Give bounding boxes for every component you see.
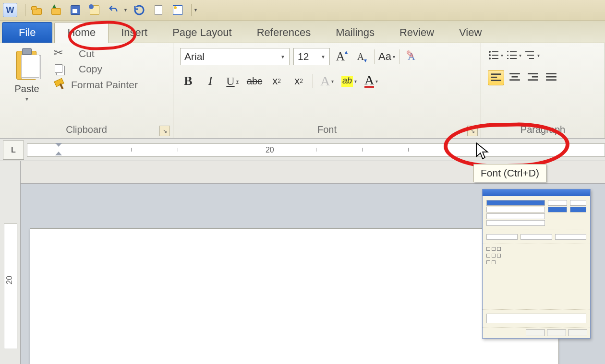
- align-left-button[interactable]: [488, 70, 504, 85]
- highlight-button[interactable]: ab: [341, 73, 357, 89]
- vertical-ruler[interactable]: 20: [0, 161, 21, 364]
- save-as-button[interactable]: [86, 2, 103, 18]
- superscript-button[interactable]: x2: [290, 73, 307, 89]
- word-app-icon[interactable]: W: [3, 3, 17, 17]
- font-name-value: Arial: [184, 51, 205, 62]
- tab-selector[interactable]: L: [3, 141, 24, 160]
- save-as-icon: [89, 4, 100, 16]
- save-button[interactable]: [67, 2, 84, 18]
- tab-references[interactable]: References: [244, 23, 324, 43]
- separator: [191, 4, 192, 16]
- chevron-down-icon: ▼: [321, 54, 326, 59]
- svg-rect-26: [546, 79, 557, 81]
- svg-point-2: [489, 54, 491, 56]
- svg-rect-24: [546, 73, 557, 74]
- font-color-button[interactable]: A: [363, 73, 379, 89]
- quick-access-toolbar: W ▼ ▼: [0, 0, 605, 21]
- paste-dropdown-icon: ▼: [24, 96, 29, 102]
- indent-marker[interactable]: [55, 143, 62, 157]
- undo-button[interactable]: [105, 2, 122, 18]
- numbering-button[interactable]: [506, 48, 521, 62]
- clear-formatting-button[interactable]: A ✎: [403, 48, 420, 65]
- document-page[interactable]: [30, 228, 559, 364]
- undo-dropdown[interactable]: ▼: [123, 8, 128, 12]
- tab-page-layout[interactable]: Page Layout: [160, 23, 244, 43]
- align-left-icon: [490, 71, 502, 84]
- separator: [25, 4, 25, 16]
- ruler-gutter: [20, 161, 605, 184]
- font-size-combo[interactable]: 12 ▼: [293, 48, 330, 65]
- cut-button[interactable]: Cut: [54, 48, 138, 59]
- folder-arrow-icon: [50, 4, 62, 16]
- insert-picture-button[interactable]: [169, 2, 186, 18]
- tab-review[interactable]: Review: [387, 23, 447, 43]
- horizontal-ruler[interactable]: 20: [27, 143, 605, 157]
- font-size-value: 12: [298, 51, 309, 62]
- new-document-icon: [153, 4, 164, 16]
- svg-rect-21: [528, 73, 538, 74]
- tab-home[interactable]: Home: [54, 22, 109, 43]
- separator: [374, 49, 375, 64]
- change-case-button[interactable]: Aa: [378, 48, 395, 65]
- svg-rect-17: [491, 80, 501, 81]
- multilevel-icon: [524, 49, 536, 61]
- grow-font-button[interactable]: A▴: [334, 48, 350, 65]
- redo-icon: [133, 4, 145, 16]
- new-document-button[interactable]: [150, 2, 167, 18]
- svg-rect-25: [546, 76, 557, 78]
- svg-rect-6: [507, 51, 508, 52]
- svg-rect-7: [510, 51, 517, 52]
- multilevel-list-button[interactable]: [524, 48, 540, 62]
- tab-insert[interactable]: Insert: [109, 23, 160, 43]
- svg-rect-12: [525, 51, 534, 52]
- align-right-icon: [527, 71, 539, 83]
- format-painter-button[interactable]: Format Painter: [54, 79, 138, 91]
- paste-icon: [13, 48, 40, 82]
- bullets-button[interactable]: [488, 48, 503, 62]
- svg-rect-19: [512, 76, 518, 78]
- svg-point-0: [489, 51, 491, 53]
- undo-icon: [108, 4, 120, 16]
- group-paragraph: Paragraph: [481, 43, 605, 138]
- ruler-number: 20: [266, 146, 274, 154]
- svg-rect-16: [491, 77, 497, 78]
- paste-button[interactable]: Paste ▼: [7, 48, 47, 120]
- cut-label: Cut: [79, 48, 95, 59]
- svg-rect-20: [509, 79, 520, 81]
- separator: [313, 74, 313, 88]
- strikethrough-button[interactable]: abc: [246, 73, 263, 89]
- copy-icon: [54, 63, 65, 75]
- shrink-font-button[interactable]: A▾: [354, 48, 370, 65]
- customize-qat-dropdown[interactable]: ▼: [194, 8, 198, 12]
- open-folder-icon: [31, 4, 43, 16]
- save-icon: [70, 4, 81, 16]
- open-recent-button[interactable]: [48, 2, 65, 18]
- redo-button[interactable]: [131, 2, 148, 18]
- underline-button[interactable]: U: [224, 73, 241, 89]
- group-label-clipboard: Clipboard ↘: [0, 122, 173, 138]
- justify-button[interactable]: [544, 70, 559, 84]
- format-painter-icon: [54, 79, 66, 91]
- group-clipboard: Paste ▼ Cut Copy Format Painter Clipbo: [0, 43, 173, 138]
- text-effects-button[interactable]: A: [319, 73, 335, 89]
- chevron-down-icon: ▼: [280, 54, 285, 59]
- font-dialog-launcher[interactable]: ↘: [467, 126, 478, 136]
- italic-button[interactable]: I: [202, 73, 218, 89]
- open-button[interactable]: [28, 2, 46, 18]
- svg-rect-13: [527, 55, 534, 56]
- justify-icon: [545, 71, 557, 83]
- font-name-combo[interactable]: Arial ▼: [180, 48, 290, 65]
- tab-mailings[interactable]: Mailings: [323, 23, 387, 43]
- picture-icon: [172, 4, 183, 16]
- copy-button[interactable]: Copy: [54, 63, 138, 75]
- svg-rect-5: [492, 58, 498, 59]
- tab-view[interactable]: View: [447, 23, 494, 43]
- align-center-button[interactable]: [507, 70, 522, 84]
- clipboard-dialog-launcher[interactable]: ↘: [159, 126, 170, 136]
- bold-button[interactable]: B: [180, 73, 196, 89]
- subscript-button[interactable]: x2: [268, 73, 285, 89]
- svg-rect-22: [532, 76, 538, 78]
- svg-rect-3: [492, 55, 498, 56]
- align-right-button[interactable]: [525, 70, 541, 84]
- file-tab[interactable]: File: [2, 22, 52, 43]
